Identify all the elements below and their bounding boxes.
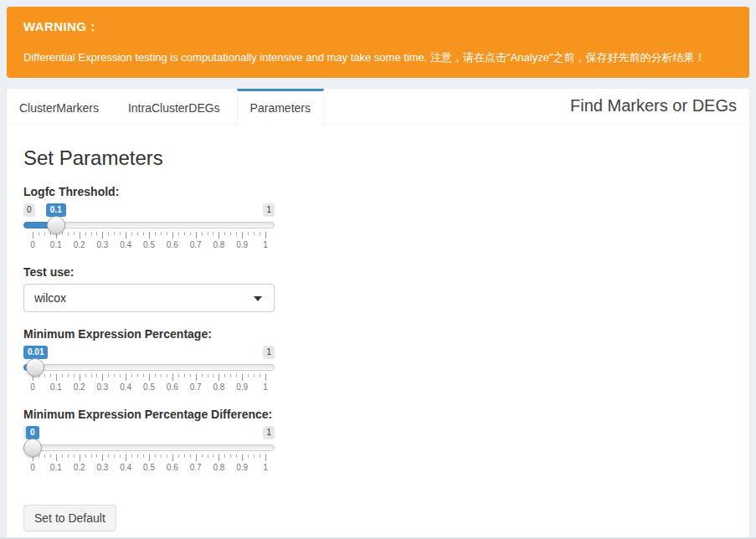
slider-tick xyxy=(50,454,51,458)
slider-tick-label: 0.8 xyxy=(213,463,224,472)
slider-tick xyxy=(248,374,249,377)
test-use-selected-value: wilcox xyxy=(34,291,66,305)
slider-tick xyxy=(178,232,179,235)
slider-tick xyxy=(219,374,219,381)
slider-tick xyxy=(190,454,191,458)
tab-clustermarkers[interactable]: ClusterMarkers xyxy=(7,89,111,124)
slider-tick xyxy=(50,374,51,377)
logfc-threshold-slider[interactable]: 0100.10.20.30.40.50.60.70.80.910.1 xyxy=(23,203,275,250)
min-expression-percentage-slider[interactable]: 0100.10.20.30.40.50.60.70.80.910.01 xyxy=(23,346,275,393)
slider-tick xyxy=(114,232,115,235)
slider-tick xyxy=(161,454,162,458)
slider-max-label: 1 xyxy=(263,346,275,359)
slider-handle[interactable] xyxy=(47,216,65,234)
slider-tick-label: 0.8 xyxy=(213,240,224,249)
tab-bar: ClusterMarkers IntraClusterDEGs Paramete… xyxy=(7,89,749,125)
slider-tick xyxy=(236,454,237,458)
slider-tick xyxy=(44,454,45,458)
slider-tick-label: 0 xyxy=(30,382,35,392)
slider-tick xyxy=(102,454,103,461)
warning-banner: WARNING： Differential Expression testing… xyxy=(7,7,749,78)
slider-tick xyxy=(68,232,69,235)
slider-tick xyxy=(96,232,97,235)
slider-tick xyxy=(137,232,138,235)
slider-tick xyxy=(178,374,179,377)
slider-tick xyxy=(120,232,121,235)
slider-tick xyxy=(265,232,266,239)
slider-tick xyxy=(108,232,109,235)
slider-tick xyxy=(184,374,185,377)
slider-tick xyxy=(143,232,144,235)
tab-intraclusterdegs[interactable]: IntraClusterDEGs xyxy=(116,89,233,124)
slider-tick-label: 0.9 xyxy=(236,382,248,392)
slider-tick xyxy=(196,454,197,461)
slider-tick xyxy=(126,454,126,461)
slider-tick xyxy=(224,454,225,458)
test-use-group: Test use: wilcox xyxy=(23,265,733,312)
slider-tick xyxy=(33,232,33,239)
slider-tick xyxy=(74,232,75,235)
slider-tick xyxy=(126,374,126,381)
slider-tick xyxy=(62,454,63,458)
slider-tick xyxy=(143,454,144,458)
slider-tick xyxy=(131,454,132,458)
slider-grid: 00.10.20.30.40.50.60.70.80.91 xyxy=(33,374,265,393)
slider-tick-label: 1 xyxy=(263,240,268,249)
slider-max-label: 1 xyxy=(263,203,275,217)
slider-tick xyxy=(230,374,231,377)
slider-tick xyxy=(172,454,173,461)
slider-tick xyxy=(254,454,255,458)
set-to-default-button[interactable]: Set to Default xyxy=(23,505,116,531)
slider-tick xyxy=(155,454,156,458)
slider-tick xyxy=(224,374,225,377)
slider-tick xyxy=(196,374,197,381)
slider-tick-label: 0.9 xyxy=(236,463,248,472)
slider-tick xyxy=(190,232,191,235)
slider-tick xyxy=(184,232,185,235)
slider-tick xyxy=(137,454,138,458)
slider-tick xyxy=(230,232,231,235)
slider-track[interactable] xyxy=(23,444,275,451)
min-expression-percentage-difference-group: Minimum Expression Percentage Difference… xyxy=(23,408,733,473)
slider-tick xyxy=(102,374,103,381)
min-expression-percentage-difference-slider[interactable]: 0100.10.20.30.40.50.60.70.80.910 xyxy=(23,426,275,473)
slider-tick xyxy=(155,374,156,377)
tab-parameters[interactable]: Parameters xyxy=(237,89,324,125)
slider-tick xyxy=(62,232,63,235)
slider-tick-label: 0.3 xyxy=(96,240,108,249)
slider-tick xyxy=(208,374,208,377)
slider-tick xyxy=(126,232,126,239)
slider-tick xyxy=(149,454,150,461)
slider-tick xyxy=(254,374,255,377)
test-use-select[interactable]: wilcox xyxy=(23,284,275,312)
slider-tick xyxy=(80,232,80,239)
slider-tick xyxy=(236,232,237,235)
slider-tick xyxy=(74,374,75,377)
slider-tick xyxy=(80,454,80,461)
slider-tick xyxy=(91,232,92,235)
slider-tick xyxy=(224,232,225,235)
slider-tick xyxy=(196,232,197,239)
slider-tick-label: 0 xyxy=(30,240,35,249)
slider-tick-label: 0.7 xyxy=(190,463,202,472)
slider-handle[interactable] xyxy=(23,439,42,457)
slider-tick xyxy=(242,374,243,381)
slider-tick xyxy=(172,374,173,381)
slider-track[interactable] xyxy=(23,364,275,371)
slider-tick xyxy=(172,232,173,239)
slider-tick-label: 0.4 xyxy=(120,240,131,249)
slider-tick xyxy=(85,374,86,377)
slider-min-label: 0 xyxy=(23,203,35,217)
slider-tick xyxy=(178,454,179,458)
logfc-threshold-label: Logfc Threshold: xyxy=(23,185,733,198)
slider-tick xyxy=(62,374,63,377)
min-expression-percentage-label: Minimum Expression Percentage: xyxy=(23,327,733,341)
slider-handle[interactable] xyxy=(26,358,44,377)
slider-tick xyxy=(56,374,57,381)
slider-tick-label: 0.1 xyxy=(50,382,62,392)
slider-tick xyxy=(202,454,203,458)
slider-tick xyxy=(260,454,260,458)
slider-tick xyxy=(143,374,144,377)
tabbox-title: Find Markers or DEGs xyxy=(570,89,749,124)
slider-grid: 00.10.20.30.40.50.60.70.80.91 xyxy=(33,454,265,473)
